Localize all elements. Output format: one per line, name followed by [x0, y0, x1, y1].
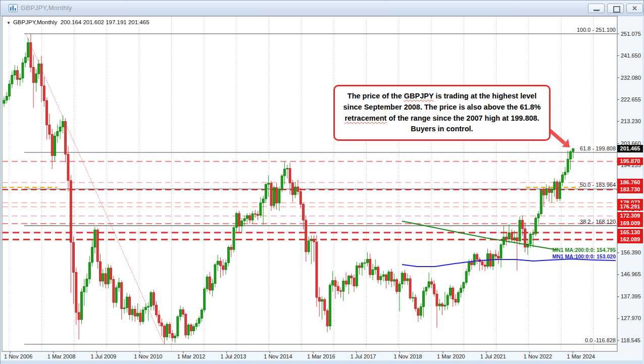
candle-body	[348, 276, 350, 284]
candle-body	[532, 234, 534, 234]
candle-body	[428, 282, 430, 287]
candle-body	[377, 267, 379, 280]
candle-body	[249, 216, 251, 220]
candle-body	[286, 168, 288, 169]
candle-body	[265, 184, 267, 199]
candle-body	[562, 175, 564, 182]
candle-body	[238, 214, 240, 226]
candle-body	[351, 276, 353, 278]
candle-body	[399, 284, 401, 291]
candle-body	[281, 176, 283, 189]
candle-body	[43, 86, 45, 100]
candle-body	[57, 131, 59, 136]
candle-body	[393, 280, 395, 281]
candle-body	[374, 267, 376, 270]
candle-body	[212, 284, 214, 290]
candle-body	[83, 287, 85, 292]
candle-body	[441, 304, 443, 306]
candle-body	[206, 277, 208, 289]
candle-body	[22, 63, 24, 78]
candle-body	[506, 237, 508, 239]
candle-body	[498, 256, 500, 258]
candle-body	[316, 242, 318, 297]
candle-body	[302, 204, 304, 220]
candle-body	[337, 286, 339, 291]
candle-body	[233, 228, 235, 250]
candle-body	[102, 274, 104, 281]
candle-body	[105, 274, 107, 284]
candle-body	[423, 291, 425, 307]
candle-body	[332, 281, 334, 285]
candle-body	[115, 288, 117, 302]
candle-body	[508, 233, 510, 239]
candle-body	[433, 284, 435, 294]
candle-body	[300, 191, 302, 204]
candle-body	[342, 281, 344, 292]
candle-body	[6, 96, 8, 100]
candle-body	[353, 278, 355, 286]
candle-body	[294, 187, 296, 195]
candle-body	[372, 270, 374, 275]
candle-body	[297, 187, 299, 191]
candle-body	[564, 172, 566, 175]
candle-body	[51, 134, 53, 155]
candle-body	[457, 292, 459, 302]
candle-body	[67, 154, 69, 181]
candle-body	[134, 309, 136, 316]
candle-body	[195, 323, 197, 326]
candle-body	[227, 247, 229, 263]
candle-body	[19, 78, 21, 80]
candle-body	[551, 189, 553, 192]
candle-body	[16, 71, 18, 80]
candle-body	[46, 100, 48, 125]
candle-body	[171, 334, 173, 338]
candle-body	[548, 189, 550, 193]
candle-body	[291, 183, 293, 194]
candle-body	[179, 309, 181, 317]
candle-body	[153, 292, 155, 305]
candle-body	[139, 313, 141, 322]
candle-body	[257, 215, 259, 216]
candle-body	[147, 306, 150, 307]
candle-body	[540, 190, 542, 214]
candle-body	[86, 279, 88, 286]
candle-body	[273, 187, 275, 205]
candle-body	[404, 273, 406, 281]
candle-body	[390, 272, 392, 281]
candle-body	[494, 254, 497, 256]
candle-body	[484, 265, 486, 267]
candle-body	[137, 313, 139, 316]
candle-body	[572, 148, 574, 151]
candle-body	[270, 183, 272, 205]
chart-plot-area[interactable]	[1, 1, 644, 364]
candle-body	[567, 159, 569, 172]
candle-body	[415, 297, 417, 308]
candle-body	[543, 190, 545, 195]
candle-body	[48, 125, 51, 134]
candle-body	[511, 233, 513, 239]
candle-body	[131, 309, 133, 315]
candle-body	[126, 297, 128, 308]
candle-body	[308, 241, 310, 252]
candle-body	[91, 247, 93, 263]
candle-body	[182, 309, 184, 314]
candle-body	[246, 216, 248, 219]
candle-body	[289, 168, 291, 183]
candle-body	[158, 315, 160, 323]
candle-body	[329, 285, 331, 326]
candle-body	[96, 230, 98, 262]
candle-body	[521, 220, 523, 229]
candle-body	[166, 324, 168, 337]
candle-body	[241, 221, 243, 226]
candle-body	[326, 310, 328, 326]
candle-body	[59, 127, 61, 131]
candle-body	[156, 305, 158, 315]
candle-body	[468, 262, 470, 272]
candle-body	[252, 214, 254, 220]
annotation-callout[interactable]: The price of the GBPJPY is trading at th…	[333, 85, 551, 141]
candle-body	[144, 307, 146, 309]
candle-body	[430, 282, 432, 284]
candle-body	[500, 245, 502, 258]
candle-body	[516, 238, 518, 241]
candle-body	[268, 183, 270, 184]
